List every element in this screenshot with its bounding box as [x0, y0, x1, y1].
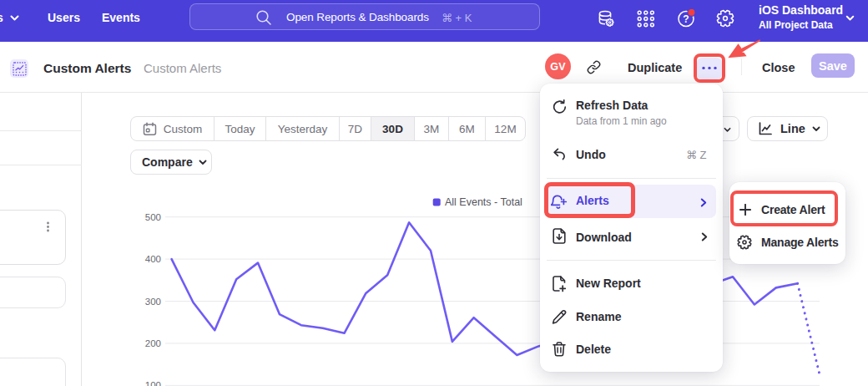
svg-text:300: 300 — [145, 297, 161, 307]
svg-text:200: 200 — [145, 338, 161, 348]
svg-text:100: 100 — [145, 380, 161, 386]
svg-text:400: 400 — [145, 254, 161, 264]
svg-text:All Events - Total: All Events - Total — [445, 196, 522, 208]
svg-text:500: 500 — [145, 212, 161, 222]
